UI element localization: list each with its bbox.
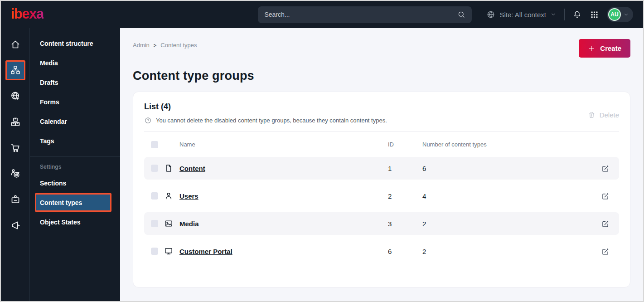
create-button[interactable]: Create	[579, 39, 630, 58]
search-input[interactable]	[264, 11, 457, 18]
group-name-link[interactable]: Users	[179, 192, 199, 200]
rail-item-personalization[interactable]	[5, 164, 25, 184]
column-header-name: Name	[179, 141, 388, 148]
sidebar: Content structure Media Drafts Forms	[30, 28, 120, 301]
column-header-count: Number of content types	[422, 141, 601, 148]
sidebar-main-group: Content structure Media Drafts Forms	[30, 34, 120, 151]
sidebar-item-label: Content types	[40, 199, 82, 206]
admin-icon	[10, 194, 21, 205]
group-count: 2	[422, 220, 601, 228]
topbar-actions: Site: All context AU	[486, 7, 633, 22]
bell-icon	[572, 10, 582, 19]
sidebar-item-label: Forms	[40, 98, 59, 106]
globe-icon	[486, 10, 495, 19]
content-type-groups-table: Name ID Number of content types Content	[144, 132, 619, 263]
table-row-customer-portal: Customer Portal 6 2	[144, 240, 619, 263]
topbar: ibexa Site: All context AU	[1, 1, 643, 28]
table-row-users: Users 2 4	[144, 185, 619, 207]
edit-button[interactable]	[601, 192, 619, 200]
rail-item-marketing[interactable]	[5, 215, 25, 235]
site-icon	[10, 91, 21, 102]
sidebar-item-label: Content structure	[40, 40, 93, 47]
edit-icon	[601, 192, 610, 200]
sidebar-item-label: Calendar	[40, 118, 67, 125]
group-id: 1	[388, 165, 422, 172]
notifications-button[interactable]	[572, 10, 582, 19]
site-context-label: Site: All context	[499, 11, 546, 19]
delete-button[interactable]: Delete	[588, 106, 619, 124]
rail-item-products[interactable]	[5, 112, 25, 132]
group-name-link[interactable]: Media	[179, 220, 199, 228]
breadcrumb: Admin > Content types	[133, 39, 197, 49]
rail-item-admin[interactable]	[5, 190, 25, 209]
table-row-content: Content 1 6	[144, 157, 619, 180]
search-icon[interactable]	[457, 10, 465, 19]
sidebar-item-label: Media	[40, 59, 58, 67]
plus-icon	[588, 45, 595, 52]
row-checkbox[interactable]	[151, 192, 158, 200]
edit-button[interactable]	[601, 247, 619, 256]
group-id: 3	[388, 220, 422, 228]
user-menu[interactable]: AU	[607, 7, 633, 22]
row-checkbox[interactable]	[151, 220, 158, 227]
trash-icon	[588, 111, 596, 119]
group-count: 2	[422, 248, 601, 255]
group-id: 2	[388, 192, 422, 200]
breadcrumb-separator: >	[154, 43, 156, 48]
sidebar-settings-group: Sections Content types Object States	[30, 173, 120, 232]
grid-icon	[590, 10, 599, 19]
group-id: 6	[388, 248, 422, 255]
group-name-link[interactable]: Content	[179, 165, 205, 172]
products-icon	[10, 117, 21, 127]
table-row-media: Media 3 2	[144, 212, 619, 235]
icon-rail	[1, 28, 30, 301]
monitor-icon	[164, 247, 173, 256]
sidebar-item-drafts[interactable]: Drafts	[35, 73, 111, 92]
edit-icon	[601, 164, 610, 173]
apps-grid-button[interactable]	[590, 10, 599, 19]
edit-icon	[601, 219, 610, 228]
sidebar-item-content-types[interactable]: Content types	[35, 193, 111, 212]
chevron-down-icon	[623, 12, 629, 18]
body: Content structure Media Drafts Forms	[1, 28, 643, 301]
marketing-icon	[10, 220, 21, 231]
global-search[interactable]	[258, 6, 472, 23]
row-checkbox[interactable]	[151, 248, 158, 255]
table-body: Content 1 6 Users	[144, 157, 619, 263]
sidebar-item-content-structure[interactable]: Content structure	[35, 34, 111, 53]
rail-item-site[interactable]	[5, 86, 25, 106]
select-all-checkbox[interactable]	[151, 141, 158, 148]
breadcrumb-content-types: Content types	[160, 42, 197, 49]
main-header: Admin > Content types Create	[133, 39, 630, 58]
ibexa-logo[interactable]: ibexa	[11, 7, 44, 21]
list-card-header: List (4) You cannot delete the disabled …	[144, 92, 619, 124]
help-icon	[144, 117, 152, 124]
edit-icon	[601, 247, 610, 256]
rail-item-home[interactable]	[5, 34, 25, 54]
page-title: Content type groups	[133, 69, 630, 83]
breadcrumb-admin[interactable]: Admin	[133, 42, 150, 49]
group-count: 4	[422, 192, 601, 200]
sidebar-item-sections[interactable]: Sections	[35, 173, 111, 193]
sidebar-item-label: Drafts	[40, 79, 58, 86]
row-checkbox[interactable]	[151, 165, 158, 172]
column-header-id: ID	[388, 141, 422, 148]
sidebar-item-object-states[interactable]: Object States	[35, 212, 111, 232]
edit-button[interactable]	[601, 219, 619, 228]
edit-button[interactable]	[601, 164, 619, 173]
commerce-icon	[10, 142, 21, 153]
delete-button-label: Delete	[600, 111, 619, 119]
image-icon	[164, 219, 173, 228]
table-header: Name ID Number of content types	[144, 132, 619, 157]
main-content: Admin > Content types Create Content typ…	[120, 28, 643, 301]
topbar-divider	[564, 9, 565, 20]
avatar[interactable]: AU	[608, 8, 621, 21]
sidebar-item-media[interactable]: Media	[35, 53, 111, 73]
site-context-selector[interactable]: Site: All context	[486, 10, 557, 19]
rail-item-content-structure[interactable]	[5, 60, 25, 80]
sidebar-item-forms[interactable]: Forms	[35, 92, 111, 112]
sidebar-item-calendar[interactable]: Calendar	[35, 112, 111, 131]
sidebar-item-tags[interactable]: Tags	[35, 131, 111, 151]
rail-item-commerce[interactable]	[5, 138, 25, 158]
group-name-link[interactable]: Customer Portal	[179, 248, 232, 255]
